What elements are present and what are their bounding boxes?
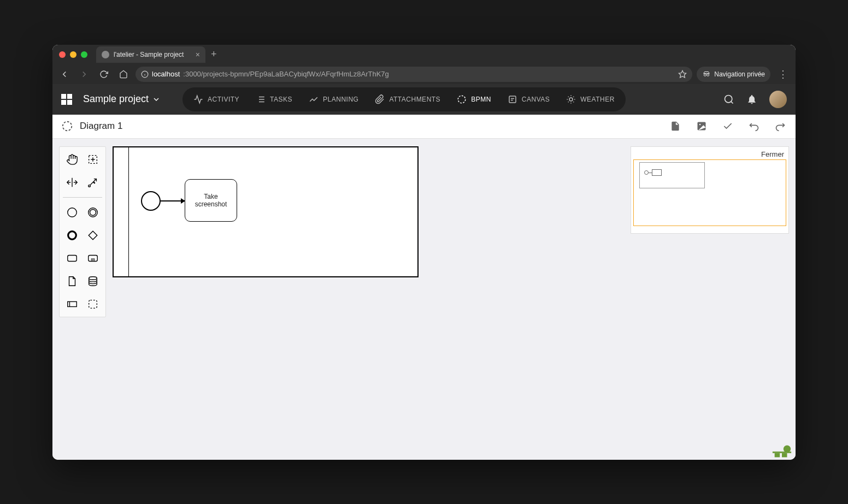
browser-toolbar: localhost:3000/projects-bpmn/PEp9aLaBACy… <box>52 64 796 84</box>
info-icon <box>141 70 149 78</box>
svg-point-12 <box>458 96 466 103</box>
tab-activity[interactable]: ACTIVITY <box>186 90 247 109</box>
diagram-toolbar: Diagram 1 <box>52 115 796 139</box>
hand-tool[interactable] <box>63 150 81 169</box>
project-selector[interactable]: Sample project <box>83 93 161 105</box>
minimap: Fermer <box>631 146 789 234</box>
svg-line-19 <box>568 96 569 97</box>
svg-rect-54 <box>782 453 787 457</box>
gateway-tool[interactable] <box>84 226 102 245</box>
tab-label: CANVAS <box>522 96 550 103</box>
svg-point-52 <box>784 445 791 452</box>
lasso-tool[interactable] <box>84 150 102 169</box>
minimize-window-button[interactable] <box>70 51 76 58</box>
bookmark-icon[interactable] <box>678 70 687 79</box>
redo-icon[interactable] <box>774 120 787 133</box>
svg-line-24 <box>574 96 574 97</box>
home-button[interactable] <box>116 67 131 82</box>
svg-line-20 <box>574 102 574 102</box>
activity-icon <box>193 94 203 104</box>
group-tool[interactable] <box>84 295 102 313</box>
browser-window: l'atelier - Sample project × + localhost… <box>52 45 796 460</box>
start-event-tool[interactable] <box>63 203 81 222</box>
svg-rect-51 <box>89 300 97 308</box>
check-icon[interactable] <box>721 120 734 133</box>
svg-point-41 <box>68 231 76 239</box>
bpmn-task[interactable]: Take screenshot <box>185 179 237 222</box>
tab-favicon-icon <box>102 51 109 58</box>
note-icon <box>508 94 517 104</box>
url-path: :3000/projects-bpmn/PEp9aLaBACybiqfWx/AF… <box>183 70 388 78</box>
attachment-icon <box>375 94 385 104</box>
data-object-tool[interactable] <box>63 272 81 290</box>
svg-rect-13 <box>509 96 516 103</box>
svg-point-25 <box>725 95 732 102</box>
end-event-tool[interactable] <box>63 226 81 245</box>
tab-attachments[interactable]: ATTACHMENTS <box>367 90 448 109</box>
tab-weather[interactable]: WEATHER <box>558 90 622 109</box>
svg-point-48 <box>89 276 97 280</box>
task-tool[interactable] <box>63 249 81 268</box>
maximize-window-button[interactable] <box>81 51 87 58</box>
tab-canvas[interactable]: CANVAS <box>500 90 557 109</box>
sequence-flow[interactable] <box>161 200 185 201</box>
header-actions <box>723 91 787 108</box>
nav-tabs: ACTIVITY TASKS PLANNING ATTACHMENTS BPMN… <box>182 87 626 111</box>
new-tab-button[interactable]: + <box>211 49 217 60</box>
canvas-area[interactable]: Take screenshot Fermer <box>52 139 796 460</box>
incognito-label: Navigation privée <box>714 70 765 78</box>
browser-tab[interactable]: l'atelier - Sample project × <box>96 46 205 63</box>
undo-icon[interactable] <box>747 120 761 133</box>
notifications-icon[interactable] <box>746 94 757 105</box>
intermediate-event-tool[interactable] <box>84 203 102 222</box>
data-store-tool[interactable] <box>84 272 102 290</box>
global-connect-tool[interactable] <box>84 173 102 192</box>
subprocess-tool[interactable] <box>84 249 102 268</box>
svg-point-36 <box>89 185 91 187</box>
apps-icon[interactable] <box>61 94 72 105</box>
image-icon[interactable] <box>695 120 708 133</box>
diagram-icon <box>61 120 73 132</box>
close-window-button[interactable] <box>59 51 66 58</box>
user-avatar[interactable] <box>769 91 787 108</box>
browser-menu-button[interactable]: ⋮ <box>775 68 791 80</box>
app-header: Sample project ACTIVITY TASKS PLANNING A… <box>52 84 796 115</box>
back-button[interactable] <box>57 67 72 82</box>
tab-planning[interactable]: PLANNING <box>301 90 366 109</box>
close-tab-icon[interactable]: × <box>196 50 200 59</box>
minimap-viewport[interactable] <box>633 159 786 226</box>
svg-marker-3 <box>679 70 686 78</box>
bpmn-io-logo-icon[interactable] <box>772 442 792 459</box>
reload-button[interactable] <box>96 67 111 82</box>
svg-rect-42 <box>89 231 97 240</box>
address-bar[interactable]: localhost:3000/projects-bpmn/PEp9aLaBACy… <box>136 67 692 82</box>
svg-line-23 <box>568 102 569 102</box>
start-event[interactable] <box>141 191 161 211</box>
svg-rect-43 <box>68 255 77 261</box>
forward-button[interactable] <box>76 67 92 82</box>
svg-point-4 <box>704 74 706 76</box>
pool-header[interactable] <box>114 147 129 276</box>
list-icon <box>256 94 266 104</box>
tab-bpmn[interactable]: BPMN <box>449 90 499 109</box>
tool-palette <box>59 146 106 317</box>
svg-rect-55 <box>773 451 791 453</box>
search-icon[interactable] <box>723 94 734 105</box>
window-controls <box>59 51 87 58</box>
tab-tasks[interactable]: TASKS <box>248 90 300 109</box>
diagram-title: Diagram 1 <box>80 121 122 132</box>
timeline-icon <box>309 94 319 104</box>
incognito-badge: Navigation privée <box>697 67 770 82</box>
svg-rect-49 <box>68 301 77 306</box>
space-tool[interactable] <box>63 173 81 192</box>
participant-tool[interactable] <box>63 295 81 313</box>
svg-point-38 <box>68 207 77 217</box>
tab-label: ATTACHMENTS <box>389 96 440 103</box>
tab-title: l'atelier - Sample project <box>114 51 184 58</box>
minimap-close-button[interactable]: Fermer <box>633 149 786 159</box>
weather-icon <box>566 94 576 104</box>
svg-point-16 <box>569 98 573 101</box>
bpmn-pool[interactable]: Take screenshot <box>113 146 419 277</box>
new-file-icon[interactable] <box>669 120 682 133</box>
svg-point-40 <box>90 209 96 215</box>
